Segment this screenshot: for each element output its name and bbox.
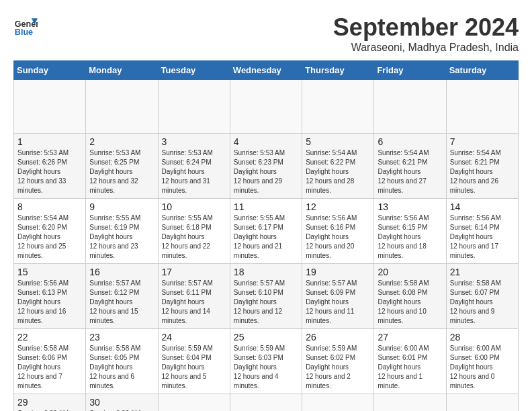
- day-number: 22: [17, 332, 82, 342]
- day-number: 28: [450, 332, 515, 342]
- calendar-cell: 14Sunrise: 5:56 AMSunset: 6:14 PMDayligh…: [446, 199, 518, 264]
- day-info: Sunrise: 5:58 AMSunset: 6:08 PMDaylight …: [378, 279, 442, 326]
- day-number: 29: [17, 397, 82, 408]
- calendar-cell: 20Sunrise: 5:58 AMSunset: 6:08 PMDayligh…: [374, 264, 446, 329]
- calendar-cell: [230, 394, 302, 412]
- calendar-cell: [230, 80, 302, 134]
- calendar-cell: [374, 394, 446, 412]
- day-info: Sunrise: 5:56 AMSunset: 6:16 PMDaylight …: [306, 214, 370, 261]
- col-monday: Monday: [86, 61, 158, 80]
- calendar-cell: 27Sunrise: 6:00 AMSunset: 6:01 PMDayligh…: [374, 329, 446, 394]
- day-info: Sunrise: 5:54 AMSunset: 6:21 PMDaylight …: [450, 148, 515, 195]
- day-info: Sunrise: 5:53 AMSunset: 6:23 PMDaylight …: [234, 148, 298, 195]
- calendar-week-3: 15Sunrise: 5:56 AMSunset: 6:13 PMDayligh…: [14, 264, 519, 329]
- calendar-cell: 15Sunrise: 5:56 AMSunset: 6:13 PMDayligh…: [14, 264, 86, 329]
- day-info: Sunrise: 5:54 AMSunset: 6:20 PMDaylight …: [17, 214, 82, 261]
- day-info: Sunrise: 5:54 AMSunset: 6:22 PMDaylight …: [306, 148, 370, 195]
- day-info: Sunrise: 5:55 AMSunset: 6:17 PMDaylight …: [234, 214, 298, 261]
- day-number: 21: [450, 267, 515, 277]
- day-info: Sunrise: 5:59 AMSunset: 6:03 PMDaylight …: [234, 344, 298, 391]
- day-number: 6: [378, 136, 442, 147]
- calendar-cell: [14, 80, 86, 134]
- day-number: 23: [89, 332, 154, 342]
- day-info: Sunrise: 5:59 AMSunset: 6:04 PMDaylight …: [162, 344, 226, 391]
- day-number: 3: [162, 136, 226, 147]
- day-number: 7: [450, 136, 515, 147]
- col-thursday: Thursday: [302, 61, 374, 80]
- calendar-cell: [158, 394, 230, 412]
- calendar-cell: 4Sunrise: 5:53 AMSunset: 6:23 PMDaylight…: [230, 134, 302, 199]
- day-info: Sunrise: 5:57 AMSunset: 6:09 PMDaylight …: [306, 279, 370, 326]
- day-number: 26: [306, 332, 370, 342]
- calendar-cell: 10Sunrise: 5:55 AMSunset: 6:18 PMDayligh…: [158, 199, 230, 264]
- calendar-cell: 6Sunrise: 5:54 AMSunset: 6:21 PMDaylight…: [374, 134, 446, 199]
- day-info: Sunrise: 5:55 AMSunset: 6:18 PMDaylight …: [162, 214, 226, 261]
- col-wednesday: Wednesday: [230, 61, 302, 80]
- calendar-week-0: [14, 80, 519, 134]
- calendar-cell: 29Sunrise: 6:00 AMSunset: 5:59 PMDayligh…: [14, 394, 86, 412]
- calendar-cell: 3Sunrise: 5:53 AMSunset: 6:24 PMDaylight…: [158, 134, 230, 199]
- day-number: 16: [89, 267, 154, 277]
- day-number: 14: [450, 201, 515, 212]
- calendar-header-row: Sunday Monday Tuesday Wednesday Thursday…: [14, 61, 519, 80]
- col-sunday: Sunday: [14, 61, 86, 80]
- day-info: Sunrise: 5:58 AMSunset: 6:06 PMDaylight …: [17, 344, 82, 391]
- day-number: 5: [306, 136, 370, 147]
- location: Waraseoni, Madhya Pradesh, India: [333, 42, 519, 54]
- calendar-table: Sunday Monday Tuesday Wednesday Thursday…: [13, 60, 519, 411]
- day-info: Sunrise: 5:54 AMSunset: 6:21 PMDaylight …: [378, 148, 442, 195]
- day-info: Sunrise: 5:53 AMSunset: 6:24 PMDaylight …: [162, 148, 226, 195]
- calendar-week-2: 8Sunrise: 5:54 AMSunset: 6:20 PMDaylight…: [14, 199, 519, 264]
- day-info: Sunrise: 5:56 AMSunset: 6:13 PMDaylight …: [17, 279, 82, 326]
- calendar-cell: 13Sunrise: 5:56 AMSunset: 6:15 PMDayligh…: [374, 199, 446, 264]
- calendar-cell: 21Sunrise: 5:58 AMSunset: 6:07 PMDayligh…: [446, 264, 518, 329]
- calendar-cell: [446, 80, 518, 134]
- calendar-cell: 2Sunrise: 5:53 AMSunset: 6:25 PMDaylight…: [86, 134, 158, 199]
- calendar-week-1: 1Sunrise: 5:53 AMSunset: 6:26 PMDaylight…: [14, 134, 519, 199]
- day-number: 9: [89, 201, 154, 212]
- calendar-cell: 16Sunrise: 5:57 AMSunset: 6:12 PMDayligh…: [86, 264, 158, 329]
- day-number: 25: [234, 332, 298, 342]
- day-number: 27: [378, 332, 442, 342]
- col-friday: Friday: [374, 61, 446, 80]
- calendar-cell: 28Sunrise: 6:00 AMSunset: 6:00 PMDayligh…: [446, 329, 518, 394]
- day-number: 20: [378, 267, 442, 277]
- day-info: Sunrise: 5:56 AMSunset: 6:14 PMDaylight …: [450, 214, 515, 261]
- day-number: 2: [89, 136, 154, 147]
- day-info: Sunrise: 6:00 AMSunset: 6:00 PMDaylight …: [450, 344, 515, 391]
- calendar-cell: 23Sunrise: 5:58 AMSunset: 6:05 PMDayligh…: [86, 329, 158, 394]
- day-number: 4: [234, 136, 298, 147]
- day-info: Sunrise: 5:58 AMSunset: 6:05 PMDaylight …: [89, 344, 154, 391]
- logo: General Blue: [13, 13, 38, 38]
- day-info: Sunrise: 6:00 AMSunset: 6:01 PMDaylight …: [378, 344, 442, 391]
- calendar-cell: 9Sunrise: 5:55 AMSunset: 6:19 PMDaylight…: [86, 199, 158, 264]
- title-block: September 2024 Waraseoni, Madhya Pradesh…: [333, 13, 519, 54]
- calendar-week-5: 29Sunrise: 6:00 AMSunset: 5:59 PMDayligh…: [14, 394, 519, 412]
- calendar-week-4: 22Sunrise: 5:58 AMSunset: 6:06 PMDayligh…: [14, 329, 519, 394]
- page-header: General Blue September 2024 Waraseoni, M…: [13, 13, 519, 54]
- day-info: Sunrise: 5:59 AMSunset: 6:02 PMDaylight …: [306, 344, 370, 391]
- day-number: 17: [162, 267, 226, 277]
- calendar-cell: 17Sunrise: 5:57 AMSunset: 6:11 PMDayligh…: [158, 264, 230, 329]
- calendar-cell: 26Sunrise: 5:59 AMSunset: 6:02 PMDayligh…: [302, 329, 374, 394]
- day-number: 10: [162, 201, 226, 212]
- day-number: 8: [17, 201, 82, 212]
- calendar-cell: [302, 80, 374, 134]
- day-number: 12: [306, 201, 370, 212]
- calendar-cell: [302, 394, 374, 412]
- calendar-cell: [446, 394, 518, 412]
- calendar-cell: 12Sunrise: 5:56 AMSunset: 6:16 PMDayligh…: [302, 199, 374, 264]
- calendar-cell: 18Sunrise: 5:57 AMSunset: 6:10 PMDayligh…: [230, 264, 302, 329]
- day-number: 15: [17, 267, 82, 277]
- day-number: 11: [234, 201, 298, 212]
- calendar-cell: 25Sunrise: 5:59 AMSunset: 6:03 PMDayligh…: [230, 329, 302, 394]
- calendar-cell: [86, 80, 158, 134]
- day-info: Sunrise: 5:53 AMSunset: 6:26 PMDaylight …: [17, 148, 82, 195]
- day-info: Sunrise: 5:57 AMSunset: 6:12 PMDaylight …: [89, 279, 154, 326]
- calendar-cell: [374, 80, 446, 134]
- day-info: Sunrise: 5:56 AMSunset: 6:15 PMDaylight …: [378, 214, 442, 261]
- calendar-cell: 30Sunrise: 6:00 AMSunset: 5:58 PMDayligh…: [86, 394, 158, 412]
- day-info: Sunrise: 5:57 AMSunset: 6:10 PMDaylight …: [234, 279, 298, 326]
- calendar-cell: 1Sunrise: 5:53 AMSunset: 6:26 PMDaylight…: [14, 134, 86, 199]
- calendar-cell: 19Sunrise: 5:57 AMSunset: 6:09 PMDayligh…: [302, 264, 374, 329]
